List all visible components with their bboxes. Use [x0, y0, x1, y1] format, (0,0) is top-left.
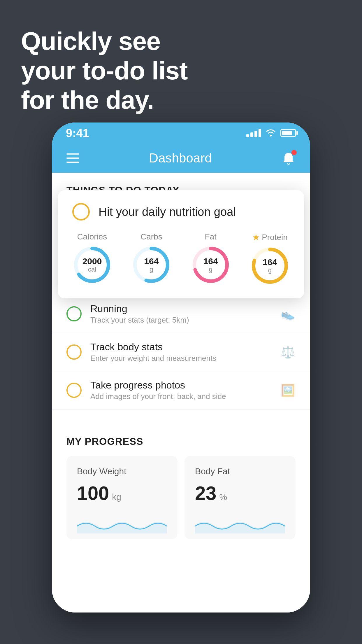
- todo-icon: ⚖️: [280, 344, 296, 360]
- todo-item-3[interactable]: Take progress photos Add images of your …: [52, 371, 310, 410]
- todo-icon: 👟: [280, 306, 296, 321]
- todo-circle: [66, 383, 82, 398]
- todo-circle: [66, 306, 82, 321]
- hero-text: Quickly see your to-do list for the day.: [21, 26, 188, 115]
- nutrition-item-calories: Calories 2000 cal: [72, 232, 112, 285]
- nutrition-item-protein: ★Protein 164 g: [250, 232, 290, 286]
- protein-label: Protein: [262, 233, 288, 242]
- progress-card-number: 100: [77, 482, 109, 504]
- donut-value: 164: [144, 256, 159, 266]
- nav-bar: Dashboard: [52, 144, 310, 173]
- progress-card-body-weight[interactable]: Body Weight 100 kg: [66, 456, 178, 539]
- main-content: THINGS TO DO TODAY Hit your daily nutrit…: [52, 173, 310, 612]
- notification-badge: [291, 150, 297, 155]
- donut-value: 164: [203, 256, 218, 266]
- todo-title: Take progress photos: [90, 379, 272, 391]
- donut-protein: 164 g: [250, 246, 290, 286]
- progress-card-value: 100 kg: [77, 482, 167, 504]
- todo-item-2[interactable]: Track body stats Enter your weight and m…: [52, 333, 310, 371]
- donut-unit: cal: [82, 266, 102, 273]
- battery-icon: [280, 129, 296, 137]
- donut-calories: 2000 cal: [72, 245, 112, 285]
- todo-subtitle: Enter your weight and measurements: [90, 354, 272, 363]
- donut-fat: 164 g: [191, 245, 231, 285]
- nutrition-item-carbs: Carbs 164 g: [131, 232, 171, 285]
- progress-card-unit: %: [219, 492, 227, 502]
- donut-unit: g: [263, 267, 277, 274]
- status-icons: [246, 127, 296, 139]
- todo-subtitle: Track your stats (target: 5km): [90, 316, 272, 325]
- phone-frame: 9:41 Dashboard: [52, 123, 310, 612]
- nutrition-card-title: Hit your daily nutrition goal: [99, 205, 236, 218]
- hero-line3: for the day.: [21, 85, 188, 115]
- status-time: 9:41: [66, 127, 89, 140]
- donut-carbs: 164 g: [131, 245, 171, 285]
- todo-circle: [66, 344, 82, 360]
- todo-title: Running: [90, 303, 272, 314]
- nutrition-item-fat: Fat 164 g: [191, 232, 231, 285]
- todo-item-1[interactable]: Running Track your stats (target: 5km) 👟: [52, 295, 310, 333]
- progress-card-body-fat[interactable]: Body Fat 23 %: [184, 456, 296, 539]
- wifi-icon: [265, 127, 276, 139]
- status-bar: 9:41: [52, 123, 310, 144]
- todo-icon: 🖼️: [280, 383, 296, 398]
- progress-cards: Body Weight 100 kg Body Fat 23 %: [66, 456, 296, 539]
- signal-icon: [246, 129, 261, 137]
- donut-unit: g: [203, 266, 218, 273]
- progress-card-unit: kg: [112, 492, 121, 502]
- notification-button[interactable]: [282, 151, 296, 165]
- progress-card-title: Body Fat: [195, 466, 285, 476]
- progress-section: MY PROGRESS Body Weight 100 kg Body Fat …: [52, 421, 310, 539]
- hero-line2: your to-do list: [21, 56, 188, 85]
- progress-card-value: 23 %: [195, 482, 285, 504]
- progress-wave: [77, 510, 167, 533]
- todo-text: Take progress photos Add images of your …: [90, 379, 272, 401]
- progress-card-number: 23: [195, 482, 216, 504]
- hero-line1: Quickly see: [21, 26, 188, 56]
- donut-value: 2000: [82, 256, 102, 266]
- todo-text: Running Track your stats (target: 5km): [90, 303, 272, 325]
- protein-star-icon: ★: [252, 232, 260, 242]
- nutrition-card[interactable]: Hit your daily nutrition goal Calories 2…: [58, 190, 304, 298]
- donut-value: 164: [263, 257, 277, 267]
- nutrition-check-circle: [72, 203, 90, 220]
- nutrition-circles: Calories 2000 cal Carbs 164 g Fat: [72, 232, 290, 286]
- todo-list: Running Track your stats (target: 5km) 👟…: [52, 295, 310, 410]
- todo-text: Track body stats Enter your weight and m…: [90, 341, 272, 363]
- todo-title: Track body stats: [90, 341, 272, 353]
- menu-button[interactable]: [66, 153, 79, 163]
- progress-card-title: Body Weight: [77, 466, 167, 476]
- nav-title: Dashboard: [149, 151, 212, 165]
- progress-wave: [195, 510, 285, 533]
- todo-subtitle: Add images of your front, back, and side: [90, 392, 272, 401]
- donut-unit: g: [144, 266, 159, 273]
- progress-title: MY PROGRESS: [66, 436, 296, 447]
